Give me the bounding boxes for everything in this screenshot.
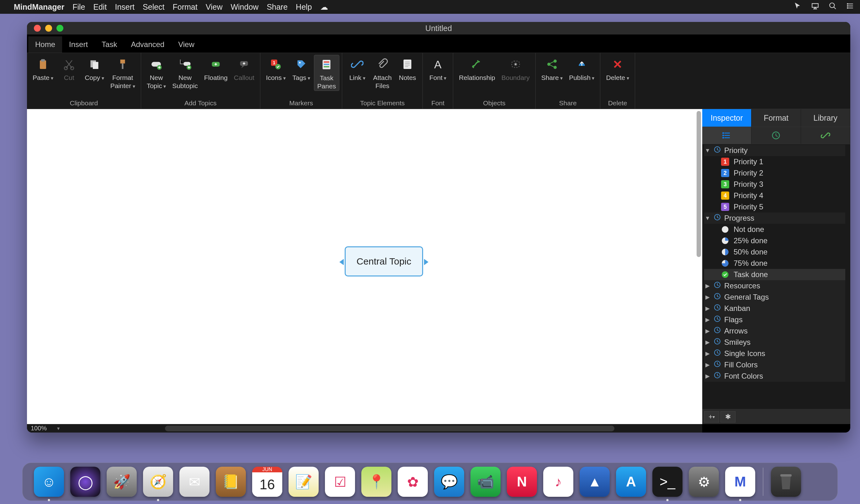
marker-item[interactable]: Task done — [704, 269, 845, 280]
menu-file[interactable]: File — [72, 2, 85, 12]
menu-view[interactable]: View — [206, 2, 223, 12]
dock-notes[interactable]: 📝 — [289, 467, 319, 497]
dock-itunes[interactable]: ♪ — [543, 467, 573, 497]
disclosure-icon[interactable]: ▶ — [705, 350, 711, 357]
menu-format[interactable]: Format — [173, 2, 198, 12]
vertical-scrollbar[interactable] — [697, 111, 701, 257]
dock-calendar[interactable]: JUN16 — [252, 467, 282, 497]
task-subtab[interactable] — [751, 127, 801, 144]
attach-files-button[interactable]: AttachFiles — [370, 55, 395, 90]
category-font-colors[interactable]: ▶Font Colors — [704, 370, 845, 382]
font-button[interactable]: AFont — [425, 55, 450, 82]
task-panes-button[interactable]: TaskPanes — [314, 55, 340, 91]
disclosure-icon[interactable]: ▶ — [705, 282, 711, 289]
dock-trash[interactable] — [771, 467, 801, 497]
inspector-tab-inspector[interactable]: Inspector — [702, 109, 751, 127]
menu-help[interactable]: Help — [296, 2, 312, 12]
spotlight-icon[interactable] — [829, 2, 837, 12]
icons-button[interactable]: 1Icons — [263, 55, 289, 82]
ribbon-tab-insert[interactable]: Insert — [62, 36, 95, 53]
disclosure-icon[interactable]: ▶ — [705, 305, 711, 312]
marker-item[interactable]: 4Priority 4 — [704, 190, 845, 201]
copy-button[interactable]: Copy — [82, 55, 107, 82]
topic-handle-left[interactable] — [339, 259, 344, 265]
canvas-area[interactable]: Central Topic — [27, 109, 702, 424]
dock-facetime[interactable]: 📹 — [471, 467, 501, 497]
notes-button[interactable]: Notes — [395, 55, 420, 82]
menu-share[interactable]: Share — [267, 2, 288, 12]
zoom-dropdown-icon[interactable]: ▼ — [56, 426, 60, 431]
dock-mail[interactable]: ✉ — [180, 467, 210, 497]
app-name-menu[interactable]: MindManager — [14, 2, 64, 12]
category-progress[interactable]: ▼Progress — [704, 212, 845, 224]
ribbon-tab-advanced[interactable]: Advanced — [124, 36, 171, 53]
marker-item[interactable]: 75% done — [704, 258, 845, 269]
category-arrows[interactable]: ▶Arrows — [704, 325, 845, 337]
disclosure-icon[interactable]: ▼ — [705, 147, 711, 154]
marker-item[interactable]: 1Priority 1 — [704, 156, 845, 167]
dock-news[interactable]: N — [507, 467, 537, 497]
category-flags[interactable]: ▶Flags — [704, 314, 845, 325]
disclosure-icon[interactable]: ▶ — [705, 373, 711, 380]
delete-button[interactable]: Delete — [603, 55, 632, 82]
marker-item[interactable]: 2Priority 2 — [704, 167, 845, 179]
horizontal-scrollbar[interactable] — [165, 426, 614, 431]
category-resources[interactable]: ▶Resources — [704, 280, 845, 292]
category-fill-colors[interactable]: ▶Fill Colors — [704, 359, 845, 370]
dock-launchpad[interactable]: 🚀 — [106, 467, 137, 497]
control-center-icon[interactable] — [846, 2, 854, 12]
dock-appstore[interactable]: A — [616, 467, 646, 497]
dock-messages[interactable]: 💬 — [434, 467, 464, 497]
category-general-tags[interactable]: ▶General Tags — [704, 292, 845, 303]
category-single-icons[interactable]: ▶Single Icons — [704, 348, 845, 359]
marker-item[interactable]: 25% done — [704, 235, 845, 246]
ribbon-tab-task[interactable]: Task — [95, 36, 124, 53]
cloud-icon[interactable]: ☁ — [320, 2, 328, 12]
relationship-button[interactable]: Relationship — [456, 55, 498, 82]
markers-subtab[interactable] — [702, 127, 751, 144]
inspector-tab-format[interactable]: Format — [751, 109, 801, 127]
dock-mountains[interactable]: ▲ — [579, 467, 610, 497]
ribbon-tab-view[interactable]: View — [171, 36, 201, 53]
category-priority[interactable]: ▼Priority — [704, 145, 845, 156]
dock-photos[interactable]: ✿ — [398, 467, 428, 497]
disclosure-icon[interactable]: ▶ — [705, 339, 711, 346]
marker-item[interactable]: Not done — [704, 224, 845, 235]
mindmap-canvas[interactable]: Central Topic — [27, 109, 702, 424]
marker-item[interactable]: 50% done — [704, 246, 845, 258]
category-kanban[interactable]: ▶Kanban — [704, 303, 845, 314]
inspector-tab-library[interactable]: Library — [801, 109, 850, 127]
dock-terminal[interactable]: >_ — [653, 467, 683, 497]
menu-insert[interactable]: Insert — [115, 2, 135, 12]
dock-reminders[interactable]: ☑ — [325, 467, 355, 497]
dock-safari[interactable]: 🧭 — [143, 467, 173, 497]
new-topic-button[interactable]: NewTopic — [144, 55, 169, 90]
marker-item[interactable]: 5Priority 5 — [704, 201, 845, 212]
cursor-icon[interactable] — [793, 2, 802, 12]
share-button[interactable]: Share — [538, 55, 566, 82]
disclosure-icon[interactable]: ▶ — [705, 316, 711, 323]
menu-edit[interactable]: Edit — [93, 2, 106, 12]
links-subtab[interactable] — [801, 127, 850, 144]
topic-handle-right[interactable] — [424, 259, 428, 265]
zoom-level[interactable]: 100% — [31, 425, 47, 432]
disclosure-icon[interactable]: ▼ — [705, 215, 711, 222]
dock-contacts[interactable]: 📒 — [216, 467, 246, 497]
dock-finder[interactable]: ☺ — [34, 467, 64, 497]
disclosure-icon[interactable]: ▶ — [705, 361, 711, 368]
floating-button[interactable]: Floating — [201, 55, 231, 82]
publish-button[interactable]: Publish — [566, 55, 598, 82]
menu-select[interactable]: Select — [143, 2, 164, 12]
menu-window[interactable]: Window — [230, 2, 258, 12]
paste-button[interactable]: Paste — [29, 55, 56, 82]
dock-maps[interactable]: 📍 — [361, 467, 391, 497]
tags-button[interactable]: Tags — [289, 55, 314, 82]
marker-settings-button[interactable]: ✱ — [720, 411, 735, 423]
disclosure-icon[interactable]: ▶ — [705, 328, 711, 335]
category-smileys[interactable]: ▶Smileys — [704, 337, 845, 348]
format-painter-button[interactable]: FormatPainter — [107, 55, 138, 90]
disclosure-icon[interactable]: ▶ — [705, 294, 711, 300]
new-subtopic-button[interactable]: NewSubtopic — [169, 55, 201, 90]
dock-siri[interactable]: ◯ — [70, 467, 100, 497]
inspector-list[interactable]: ▼Priority1Priority 12Priority 23Priority… — [702, 144, 850, 409]
